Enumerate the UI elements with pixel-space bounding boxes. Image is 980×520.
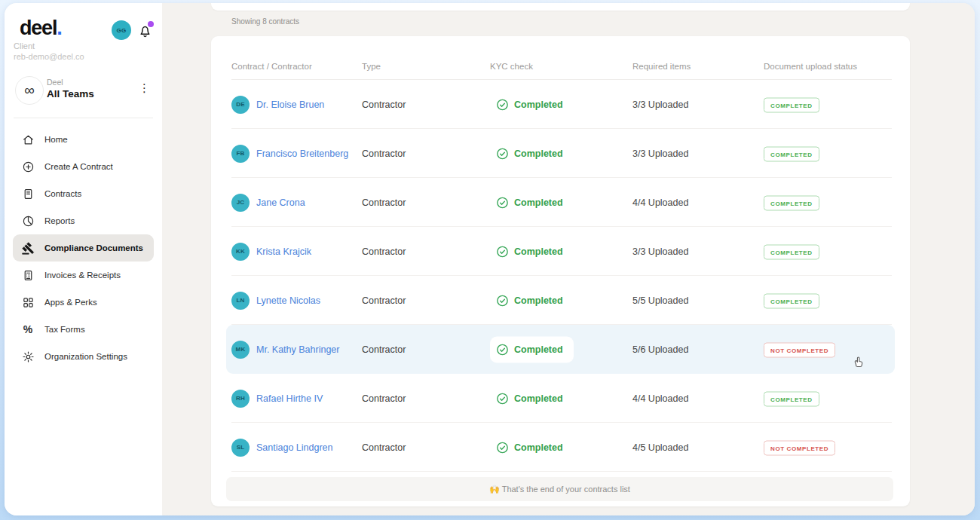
sidebar-item-home[interactable]: Home (13, 126, 154, 153)
upload-status-badge: NOT COMPLETED (764, 342, 835, 357)
grid-icon (21, 295, 35, 309)
check-circle-icon (496, 245, 509, 258)
required-items-count: 4/4 Uploaded (632, 393, 688, 404)
sidebar-item-label: Reports (44, 216, 75, 225)
table-row[interactable]: DE Dr. Eloise Bruen Contractor Completed… (226, 80, 895, 129)
required-items-count: 3/3 Uploaded (632, 148, 688, 159)
required-items-count: 4/4 Uploaded (632, 197, 688, 208)
required-items-count: 5/6 Uploaded (632, 344, 688, 355)
col-kyc-check: KYC check (490, 62, 533, 71)
contract-type: Contractor (362, 393, 406, 404)
table-row[interactable]: FB Francisco Breitenberg Contractor Comp… (226, 129, 895, 178)
check-circle-icon (496, 343, 509, 356)
upload-status-badge: COMPLETED (764, 244, 819, 259)
kyc-status: Completed (490, 287, 574, 314)
sidebar-menu: Home Create A Contract Contracts Reports… (5, 126, 162, 370)
col-type: Type (362, 62, 381, 71)
infinity-icon: ∞ (15, 76, 44, 105)
sidebar-item-organization-settings[interactable]: Organization Settings (13, 343, 154, 370)
contract-type: Contractor (362, 442, 406, 453)
sidebar-item-label: Compliance Documents (44, 243, 143, 252)
upload-status-badge: COMPLETED (764, 293, 819, 308)
sidebar-item-label: Contracts (44, 189, 81, 198)
contractor-avatar: FB (231, 145, 250, 163)
col-doc-upload-status: Document upload status (764, 62, 857, 71)
account-email: reb-demo@deel.co (14, 52, 84, 61)
kebab-menu-icon[interactable]: ⋮ (139, 82, 150, 93)
contracts-count-label: Showing 8 contracts (231, 17, 299, 26)
table-row[interactable]: JC Jane Crona Contractor Completed 4/4 U… (226, 178, 895, 227)
sidebar-item-label: Home (44, 135, 68, 144)
app-window: deel. GG Client reb-demo@deel.co ∞ Deel … (5, 3, 975, 515)
contractor-avatar: JC (231, 194, 250, 212)
upload-status-badge: COMPLETED (764, 146, 819, 161)
sidebar-item-label: Create A Contract (44, 162, 113, 171)
sidebar-item-label: Apps & Perks (44, 298, 97, 307)
table-body: DE Dr. Eloise Bruen Contractor Completed… (211, 80, 910, 472)
required-items-count: 5/5 Uploaded (632, 295, 688, 306)
contractor-avatar: LN (231, 292, 250, 310)
notification-bell-icon[interactable] (137, 22, 154, 40)
percent-icon: % (21, 323, 35, 336)
contractor-name-link[interactable]: Jane Crona (256, 197, 305, 208)
gavel-icon (21, 241, 35, 255)
required-items-count: 4/5 Uploaded (632, 442, 688, 453)
contractor-name-link[interactable]: Rafael Hirthe IV (256, 393, 323, 404)
sidebar-item-reports[interactable]: Reports (13, 207, 154, 234)
contractor-name-link[interactable]: Dr. Eloise Bruen (256, 99, 324, 110)
receipt-icon (21, 268, 35, 282)
sidebar-item-compliance-documents[interactable]: Compliance Documents (13, 234, 154, 262)
table-row[interactable]: SL Santiago Lindgren Contractor Complete… (226, 423, 895, 472)
contract-type: Contractor (362, 197, 406, 208)
kyc-status: Completed (490, 434, 574, 460)
sidebar-item-create-a-contract[interactable]: Create A Contract (13, 153, 154, 180)
contracts-table-card: Contract / Contractor Type KYC check Req… (211, 36, 910, 506)
table-row[interactable]: RH Rafael Hirthe IV Contractor Completed… (226, 374, 895, 423)
sidebar-item-label: Invoices & Receipts (44, 271, 121, 280)
deel-logo: deel. (20, 17, 62, 40)
sidebar-item-tax-forms[interactable]: % Tax Forms (13, 316, 154, 343)
check-circle-icon (496, 441, 509, 454)
user-avatar[interactable]: GG (112, 20, 131, 40)
contractor-name-link[interactable]: Mr. Kathy Bahringer (256, 344, 339, 355)
kyc-status: Completed (490, 140, 574, 167)
col-required-items: Required items (632, 62, 691, 71)
table-row[interactable]: KK Krista Krajcik Contractor Completed 3… (226, 227, 895, 276)
contractor-avatar: MK (231, 341, 250, 359)
kyc-status: Completed (490, 336, 574, 362)
contract-type: Contractor (362, 99, 406, 110)
contractor-avatar: RH (231, 390, 250, 408)
team-selector[interactable]: ∞ Deel All Teams ⋮ (15, 75, 155, 108)
plus-circle-icon (21, 160, 35, 173)
check-circle-icon (496, 196, 509, 209)
kyc-status: Completed (490, 238, 574, 265)
upload-status-badge: COMPLETED (764, 391, 819, 406)
kyc-status: Completed (490, 385, 574, 411)
end-of-list-banner: 🙌 That's the end of your contracts list (226, 477, 893, 501)
notification-dot (148, 21, 154, 27)
contractor-avatar: KK (231, 243, 250, 261)
pie-chart-icon (21, 214, 35, 228)
contract-icon (21, 187, 35, 200)
sidebar-item-contracts[interactable]: Contracts (13, 180, 154, 207)
table-row[interactable]: LN Lynette Nicolas Contractor Completed … (226, 276, 895, 325)
contractor-name-link[interactable]: Francisco Breitenberg (256, 148, 348, 159)
contractor-avatar: SL (231, 439, 250, 457)
kyc-status: Completed (490, 91, 574, 118)
contractor-name-link[interactable]: Santiago Lindgren (256, 442, 332, 453)
filter-bar-edge (211, 3, 910, 11)
sidebar: deel. GG Client reb-demo@deel.co ∞ Deel … (5, 3, 162, 515)
sidebar-item-label: Organization Settings (44, 352, 127, 361)
upload-status-badge: COMPLETED (764, 195, 819, 210)
kyc-status: Completed (490, 189, 574, 216)
check-circle-icon (496, 392, 509, 405)
gear-icon (21, 350, 35, 363)
contractor-name-link[interactable]: Lynette Nicolas (256, 295, 320, 306)
sidebar-item-invoices-receipts[interactable]: Invoices & Receipts (13, 262, 154, 289)
check-circle-icon (496, 294, 509, 307)
contractor-name-link[interactable]: Krista Krajcik (256, 246, 311, 257)
contract-type: Contractor (362, 295, 406, 306)
sidebar-item-apps-perks[interactable]: Apps & Perks (13, 289, 154, 316)
contractor-avatar: DE (231, 96, 250, 114)
table-row[interactable]: MK Mr. Kathy Bahringer Contractor Comple… (226, 325, 895, 374)
